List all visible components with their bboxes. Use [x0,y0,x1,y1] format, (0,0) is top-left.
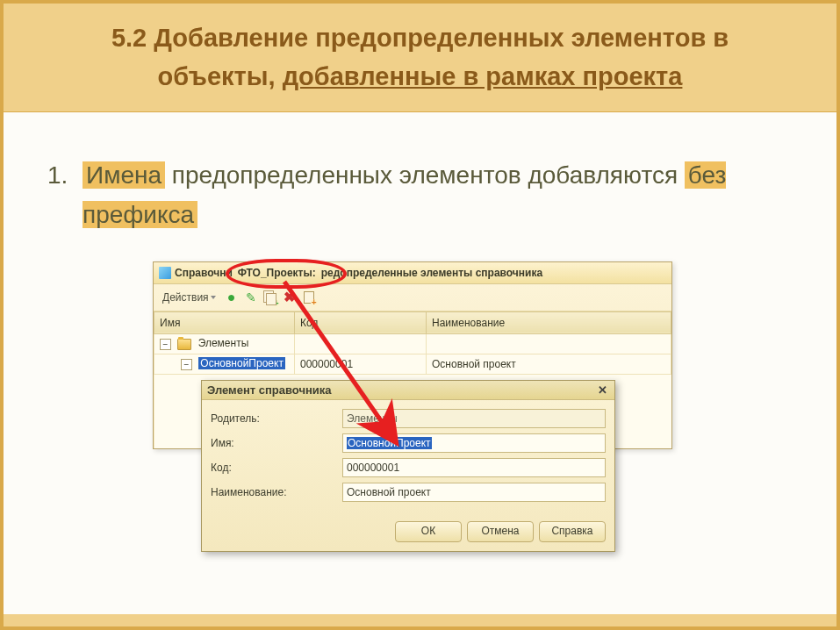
embedded-screenshot: Справочни ФТО_Проекты: редопределенные э… [153,261,671,449]
actions-menu[interactable]: Действия [159,291,219,304]
cell-parent-code [295,333,427,354]
help-button[interactable]: Справка [539,521,606,542]
dialog-titlebar: Элемент справочника ✕ [202,381,614,400]
window-icon [159,267,171,279]
edit-icon[interactable]: ✎ [244,290,258,304]
slide-title: 5.2 Добавление предопределенных элементо… [21,19,819,96]
title-line-1: 5.2 Добавление предопределенных элементо… [111,24,729,52]
highlight-names: Имена [83,161,165,189]
title-prefix: Справочни [175,267,233,279]
row-parent: Родитель: Элементы [211,409,606,428]
label-display: Наименование: [211,486,342,498]
row-name: Имя: ОсновнойПроект [211,433,606,453]
slide-header: 5.2 Добавление предопределенных элементо… [4,4,836,112]
leaf-icon[interactable]: − [181,359,192,370]
cell-parent-display [427,333,671,354]
dialog-button-row: ОК Отмена Справка [202,516,614,551]
row-display: Наименование: Основной проект [211,483,606,502]
catalog-window-titlebar: Справочни ФТО_Проекты: редопределенные э… [154,262,671,284]
parent-label: Элементы [198,337,249,349]
cancel-button[interactable]: Отмена [467,521,534,542]
chevron-down-icon [211,296,216,299]
slide-footer-bar [4,614,836,626]
field-display[interactable]: Основной проект [342,483,606,502]
element-dialog: Элемент справочника ✕ Родитель: Элементы… [201,380,615,552]
collapse-icon[interactable]: − [160,339,171,350]
actions-menu-label: Действия [162,291,209,304]
cell-child-name: − ОсновнойПроект [154,354,295,374]
table-row-child[interactable]: − ОсновнойПроект 000000001 Основной прое… [154,354,671,374]
label-code: Код: [211,462,342,474]
label-name: Имя: [211,437,342,449]
bullet-mid-text: предопределенных элементов добавляются [165,161,685,189]
child-name-selected: ОсновнойПроект [198,357,285,369]
slide-content: 1. Имена предопределенных элементов доба… [4,112,836,467]
cell-child-code: 000000001 [295,354,427,374]
folder-icon [177,339,191,350]
close-icon[interactable]: ✕ [595,383,609,396]
bullet-number: 1. [47,156,83,235]
bullet-item-1: 1. Имена предопределенных элементов доба… [47,156,801,235]
title-line-2a: объекты, [158,62,283,90]
field-name[interactable]: ОсновнойПроект [342,433,606,453]
ok-button[interactable]: ОК [395,521,462,542]
catalog-toolbar: Действия ● ✎ ✖ + [154,284,671,311]
title-line-2-underline: добавленные в рамках проекта [283,62,683,90]
cell-parent-name: − Элементы [154,333,295,354]
col-header-name[interactable]: Имя [154,311,295,333]
properties-icon[interactable]: + [302,290,316,304]
dialog-title-text: Элемент справочника [207,383,332,397]
add-icon[interactable]: ● [225,290,239,304]
copy-icon[interactable] [263,290,277,304]
row-code: Код: 000000001 [211,458,606,477]
bullet-text: Имена предопределенных элементов добавля… [83,156,801,235]
dialog-body: Родитель: Элементы Имя: ОсновнойПроект К… [202,400,614,516]
col-header-code[interactable]: Код [295,311,427,333]
title-object-name: ФТО_Проекты: [238,267,316,279]
field-name-value-selected: ОсновнойПроект [347,437,432,449]
label-parent: Родитель: [211,412,342,425]
field-code[interactable]: 000000001 [342,458,606,477]
title-suffix: редопределенные элементы справочника [321,267,542,279]
cell-child-display: Основной проект [427,354,671,374]
delete-icon[interactable]: ✖ [283,290,297,304]
table-row-parent[interactable]: − Элементы [154,333,671,354]
field-parent[interactable]: Элементы [342,409,606,428]
col-header-display[interactable]: Наименование [427,311,671,333]
